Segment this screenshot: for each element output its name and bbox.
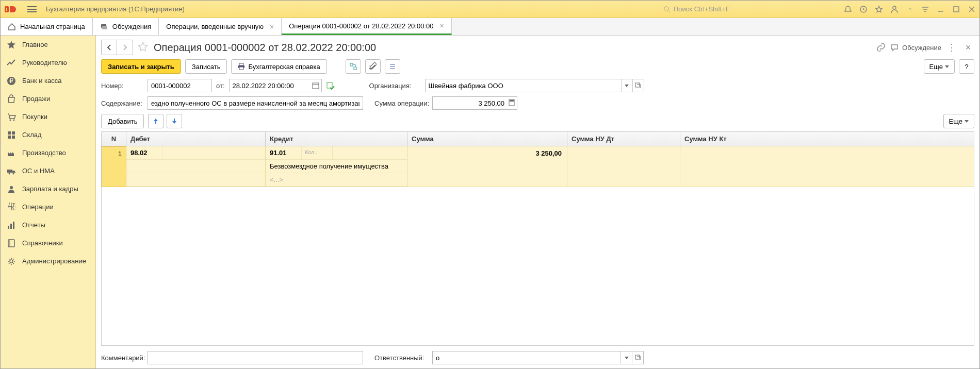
link-icon[interactable] <box>876 43 886 52</box>
svg-point-5 <box>893 6 896 9</box>
sidebar-item-bank[interactable]: ₽Банк и касса <box>1 72 95 90</box>
search-input[interactable]: Поиск Ctrl+Shift+F <box>660 3 840 15</box>
date-input[interactable] <box>229 79 322 92</box>
sidebar-item-assets[interactable]: ОС и НМА <box>1 162 95 180</box>
sidebar-item-operations[interactable]: ДтКтОперации <box>1 198 95 216</box>
truck-icon <box>7 166 16 176</box>
tab-home[interactable]: Начальная страница <box>1 18 93 35</box>
cell-n[interactable]: 1 <box>102 146 126 187</box>
dropdown-icon[interactable] <box>620 351 632 364</box>
maximize-icon[interactable] <box>949 2 964 17</box>
nav-buttons <box>101 40 133 55</box>
chevron-down-icon <box>945 65 949 68</box>
sidebar-item-purchases[interactable]: Покупки <box>1 108 95 126</box>
cell-nu-kt[interactable] <box>680 146 974 187</box>
move-up-button[interactable] <box>148 114 164 128</box>
close-doc-icon[interactable]: × <box>962 42 974 53</box>
svg-point-24 <box>9 173 10 174</box>
sidebar-item-main[interactable]: Главное <box>1 36 95 54</box>
label-comment: Комментарий: <box>101 354 143 362</box>
svg-line-3 <box>668 10 671 12</box>
hamburger-icon[interactable] <box>27 3 40 15</box>
tab-ops[interactable]: Операции, введенные вручную × <box>159 18 282 35</box>
bag-icon <box>7 94 16 104</box>
history-icon[interactable] <box>856 2 871 17</box>
ruble-icon: ₽ <box>7 76 16 86</box>
nav-forward-button[interactable] <box>117 40 133 55</box>
svg-rect-20 <box>12 131 15 135</box>
grid-more-button[interactable]: Еще <box>943 114 974 128</box>
cell-credit[interactable]: 91.01Кол.: Безвозмездное получение имуще… <box>266 146 407 187</box>
svg-rect-29 <box>8 226 9 229</box>
sidebar-item-manager[interactable]: Руководителю <box>1 54 95 72</box>
calendar-icon[interactable] <box>312 81 320 90</box>
attach-icon-button[interactable] <box>365 59 381 74</box>
kebab-menu-icon[interactable]: ⋮ <box>945 42 958 53</box>
minimize-icon[interactable] <box>933 2 949 17</box>
sidebar-item-sales[interactable]: Продажи <box>1 90 95 108</box>
cell-nu-dt[interactable] <box>567 146 680 187</box>
save-button[interactable]: Записать <box>185 59 227 74</box>
th-nu-kt[interactable]: Сумма НУ Кт <box>680 132 974 146</box>
tab-close-icon[interactable]: × <box>439 22 444 30</box>
user-icon[interactable] <box>887 2 902 17</box>
entries-table: N Дебет Кредит Сумма Сумма НУ Дт Сумма Н… <box>101 131 974 346</box>
svg-rect-1 <box>6 8 7 11</box>
sidebar-item-reports[interactable]: Отчеты <box>1 216 95 234</box>
main-content: Операция 0001-000002 от 28.02.2022 20:00… <box>96 36 979 368</box>
svg-point-2 <box>664 6 669 11</box>
sidebar-item-hr[interactable]: Зарплата и кадры <box>1 180 95 198</box>
star-icon[interactable] <box>871 2 887 17</box>
bell-icon[interactable] <box>840 2 856 17</box>
sidebar: Главное Руководителю ₽Банк и касса Прода… <box>1 36 96 368</box>
cell-debit[interactable]: 98.02 <box>126 146 266 187</box>
more-button[interactable]: Еще <box>924 59 955 74</box>
open-icon[interactable] <box>632 351 643 364</box>
open-icon[interactable] <box>632 79 644 92</box>
dropdown-icon[interactable] <box>621 79 632 92</box>
content-input[interactable] <box>148 96 363 110</box>
sidebar-item-refs[interactable]: Справочники <box>1 234 95 252</box>
sidebar-item-production[interactable]: Производство <box>1 144 95 162</box>
org-select[interactable] <box>425 79 644 92</box>
save-close-button[interactable]: Записать и закрыть <box>101 59 181 74</box>
th-nu-dt[interactable]: Сумма НУ Дт <box>567 132 680 146</box>
calculator-icon[interactable] <box>508 99 515 106</box>
th-n[interactable]: N <box>102 132 126 146</box>
list-icon-button[interactable] <box>385 59 400 74</box>
tab-discuss-label: Обсуждения <box>112 23 152 30</box>
tab-ops-label: Операции, введенные вручную <box>166 23 264 30</box>
help-button[interactable]: ? <box>959 59 974 74</box>
cell-sum[interactable]: 3 250,00 <box>407 146 567 187</box>
circle-icon[interactable]: ○ <box>902 2 918 17</box>
label-sum: Сумма операции: <box>374 99 428 107</box>
app-title: Бухгалтерия предприятия (1С:Предприятие) <box>46 5 185 13</box>
resp-select[interactable] <box>432 351 644 364</box>
close-window-icon[interactable] <box>964 2 979 17</box>
table-row[interactable]: 1 98.02 91.01Кол.: Безвозмездное получен… <box>102 146 974 187</box>
apply-icon[interactable] <box>326 81 335 90</box>
chat-icon <box>100 23 108 31</box>
th-credit[interactable]: Кредит <box>266 132 407 146</box>
sidebar-item-admin[interactable]: Администрирование <box>1 252 95 270</box>
number-input[interactable] <box>148 79 212 92</box>
move-down-button[interactable] <box>167 114 182 128</box>
tab-discuss[interactable]: Обсуждения <box>93 18 159 35</box>
tab-current[interactable]: Операция 0001-000002 от 28.02.2022 20:00… <box>282 18 451 35</box>
discuss-button[interactable]: Обсуждение <box>890 43 941 52</box>
factory-icon <box>7 148 16 158</box>
nav-back-button[interactable] <box>102 40 117 55</box>
svg-rect-38 <box>350 63 353 66</box>
filter-icon[interactable] <box>918 2 933 17</box>
favorite-star-icon[interactable] <box>137 41 150 54</box>
comment-input[interactable] <box>148 351 363 364</box>
print-ref-button[interactable]: Бухгалтерская справка <box>231 59 326 74</box>
sidebar-item-stock[interactable]: Склад <box>1 126 95 144</box>
tab-close-icon[interactable]: × <box>270 23 274 31</box>
register-icon-button[interactable] <box>346 59 361 74</box>
th-sum[interactable]: Сумма <box>407 132 567 146</box>
add-row-button[interactable]: Добавить <box>101 114 144 128</box>
sum-input[interactable] <box>432 96 517 110</box>
th-debit[interactable]: Дебет <box>126 132 266 146</box>
label-from: от: <box>216 82 225 90</box>
